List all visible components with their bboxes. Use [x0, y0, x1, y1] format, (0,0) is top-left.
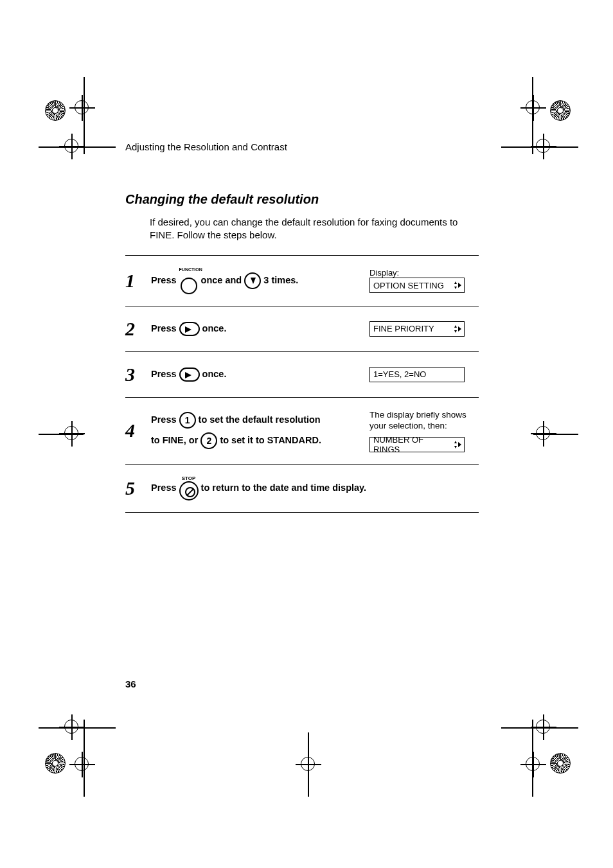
text: Press [151, 368, 177, 378]
print-crosshair-br [520, 752, 546, 777]
svg-marker-5 [458, 326, 461, 332]
step-instruction: Press once. [151, 351, 369, 397]
text: once. [202, 323, 227, 333]
step-number: 4 [125, 397, 151, 464]
lcd-text: 1=YES, 2=NO [373, 369, 426, 379]
print-guide-h-br [501, 727, 578, 729]
lcd-text: FINE PRIORITY [373, 324, 434, 333]
step-number: 1 [125, 255, 151, 306]
text: Press [151, 414, 177, 425]
stop-button-icon [179, 481, 199, 500]
step-row: 5 Press STOP to return to the date and t… [125, 464, 479, 512]
print-rosette-tr [550, 100, 571, 121]
svg-marker-7 [454, 446, 457, 448]
text: to return to the date and time display. [201, 482, 367, 492]
step-instruction: Press FUNCTION once and 3 times. [151, 255, 369, 306]
text: Press [151, 323, 177, 333]
lcd-display: OPTION SETTING [369, 278, 465, 293]
step-note: The display briefly shows your selection… [369, 409, 479, 432]
svg-marker-3 [454, 325, 457, 328]
scroll-arrows-icon [452, 324, 462, 334]
svg-marker-1 [454, 287, 457, 289]
svg-marker-0 [454, 281, 457, 284]
print-rosette-bl [45, 753, 66, 774]
function-label: FUNCTION [179, 267, 199, 272]
print-guide-h-mr [533, 434, 578, 435]
text: 3 times. [263, 274, 298, 285]
play-button-icon [179, 322, 200, 336]
step-row: 3 Press once. 1=YES, 2=NO [125, 351, 479, 397]
scroll-arrows-icon [452, 439, 462, 450]
svg-marker-2 [458, 283, 461, 288]
page-number: 36 [125, 678, 136, 689]
svg-marker-4 [454, 330, 457, 333]
print-rosette-tl [45, 100, 66, 121]
display-label: Display: [369, 268, 399, 278]
print-guide-h-ml [39, 434, 84, 435]
text: to FINE, or [151, 435, 198, 445]
step-number: 5 [125, 464, 151, 512]
print-crosshair-tr [520, 95, 546, 121]
one-button-icon: 1 [179, 412, 196, 429]
step-instruction: Press STOP to return to the date and tim… [151, 464, 479, 512]
down-arrow-button-icon [244, 272, 261, 289]
section-intro: If desired, you can change the default r… [150, 216, 479, 242]
text: once and [201, 274, 242, 285]
print-rosette-br [550, 753, 571, 774]
step-instruction: Press once. [151, 306, 369, 351]
print-guide-h-tr [501, 146, 578, 148]
lcd-display: FINE PRIORITY [369, 321, 465, 337]
text: Press [151, 274, 177, 285]
print-guide-h-bl [39, 727, 116, 729]
step-row: 4 Press 1 to set the default resolution … [125, 397, 479, 464]
text: once. [202, 368, 227, 378]
step-row: 2 Press once. FINE PRIORITY [125, 306, 479, 351]
text: to set the default resolution [199, 414, 321, 425]
step-instruction: Press 1 to set the default resolution to… [151, 397, 369, 464]
print-crosshair-tl [69, 95, 95, 121]
lcd-display: 1=YES, 2=NO [369, 367, 465, 382]
stop-label: STOP [179, 476, 199, 481]
step-number: 3 [125, 351, 151, 397]
svg-marker-6 [454, 441, 457, 443]
print-guide-h-tl [39, 146, 116, 148]
print-crosshair-bl [69, 752, 95, 777]
scroll-arrows-icon [452, 280, 462, 290]
section-heading: Changing the default resolution [125, 192, 479, 207]
lcd-text: OPTION SETTING [373, 281, 444, 290]
function-button-icon [181, 278, 197, 294]
step-number: 2 [125, 306, 151, 351]
lcd-display: NUMBER OF RINGS [369, 437, 465, 452]
page-content: Adjusting the Resolution and Contrast Ch… [125, 141, 479, 513]
steps-table: 1 Press FUNCTION once and 3 times. Displ… [125, 255, 479, 513]
text: to set it to STANDARD. [220, 435, 321, 445]
print-guide-v-bc [308, 732, 309, 797]
svg-marker-8 [458, 442, 461, 447]
step-row: 1 Press FUNCTION once and 3 times. Displ… [125, 255, 479, 306]
play-button-icon [179, 368, 200, 382]
text: Press [151, 482, 177, 492]
two-button-icon: 2 [200, 432, 217, 449]
page-header: Adjusting the Resolution and Contrast [125, 141, 479, 152]
lcd-text: NUMBER OF RINGS [373, 435, 452, 454]
